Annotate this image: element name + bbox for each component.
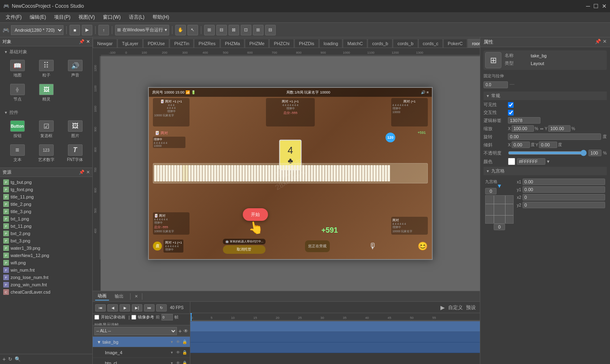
tab-matchc[interactable]: MatchC (343, 39, 367, 48)
refresh-asset-btn[interactable]: ↻ (8, 356, 12, 362)
track-eye-btn[interactable]: 👁 (175, 339, 181, 345)
asset-title3[interactable]: P title_3.png (2, 208, 91, 215)
canvas-viewport[interactable]: 房间号 10000 15:00 📶 🔋 局数:1/8局 玩家名字 10000 🔊… (101, 56, 480, 291)
keyframe-track-take-bg[interactable] (190, 321, 480, 332)
search-asset-btn[interactable]: 🔍 (15, 356, 21, 362)
tab-tglayer[interactable]: TgLayer (118, 39, 143, 48)
asset-bxt3[interactable]: P bxt_3.png (2, 237, 91, 244)
tl-refresh[interactable]: ↻ (156, 304, 167, 312)
ctrl-image[interactable]: 🖼 图片 (62, 119, 88, 140)
opacity-input[interactable] (588, 150, 601, 156)
tl-all-select[interactable]: -- ALL -- (94, 327, 177, 335)
tl-close-btn[interactable]: ✕ (135, 294, 138, 299)
objects-pin-btn[interactable]: 📌 (79, 39, 85, 44)
menu-project[interactable]: 项目(P) (50, 13, 74, 22)
skew-x-input[interactable] (512, 142, 530, 148)
close-btn[interactable]: ✕ (602, 3, 607, 9)
y2-input[interactable] (523, 202, 605, 208)
tab-phztin[interactable]: PHZTin (170, 39, 194, 48)
tl-mirror-checkbox[interactable] (131, 315, 136, 320)
asset-cheat[interactable]: C cheatCardLaver.csd (2, 288, 91, 296)
interactive-checkbox[interactable] (508, 110, 514, 116)
track-lock-btn3[interactable]: 🔒 (182, 360, 187, 364)
asset-title2[interactable]: P title_2.png (2, 201, 91, 208)
x1-input[interactable] (523, 179, 605, 185)
menu-edit[interactable]: 编辑(E) (26, 13, 50, 22)
visibility-checkbox[interactable] (508, 102, 514, 108)
tab-phzres[interactable]: PHZRes (194, 39, 220, 48)
ctrl-checkbox[interactable]: ☑ 复选框 (33, 119, 59, 140)
tab-newgar[interactable]: Newgar (93, 39, 117, 48)
obj-sound[interactable]: 🔊 声音 (62, 58, 88, 80)
cursor-tool[interactable]: ↖ (187, 25, 198, 35)
keyframe-track-btn-cl[interactable] (190, 342, 480, 353)
x2-input[interactable] (523, 194, 605, 201)
tl-add-btn[interactable]: + (179, 328, 182, 334)
ctrl-artnumber[interactable]: 123 艺术数字 (33, 143, 59, 164)
track-expand-btn[interactable]: ▾ (169, 339, 174, 345)
asset-zong-win[interactable]: F zong_win_num.fnt (2, 281, 91, 288)
ctrl-button[interactable]: Button 按钮 (4, 119, 30, 140)
align-btn-1[interactable]: ⊞ (204, 25, 215, 35)
y1-input[interactable] (523, 186, 605, 193)
props-pin-btn[interactable]: 📌 (595, 39, 601, 46)
tl-prev[interactable]: ◀ (107, 304, 118, 312)
assets-pin-btn[interactable]: 📌 (79, 170, 85, 175)
nine-top-input[interactable] (485, 188, 497, 194)
track-expand-btn3[interactable]: ▾ (169, 360, 174, 364)
tl-tab-output[interactable]: 输出 (112, 292, 126, 300)
tl-tab-animation[interactable]: 动画 (95, 292, 109, 301)
tab-cords-b2[interactable]: cords_b (393, 39, 418, 48)
asset-zong-lose[interactable]: F zong_lose_num.fnt (2, 274, 91, 281)
asset-tg-font[interactable]: P tg_font.png (2, 186, 91, 193)
menu-view[interactable]: 视图(V) (74, 13, 99, 22)
tl-dir-input[interactable] (161, 314, 173, 320)
tl-to-start[interactable]: ⏮ (95, 304, 106, 312)
titlebar-controls[interactable]: ─ ☐ ✕ (586, 3, 607, 9)
tl-play[interactable]: ▶ (120, 304, 130, 312)
align-btn-5[interactable]: ⊞ (253, 25, 264, 35)
tl-play-btn[interactable]: ▶ (440, 304, 445, 311)
menu-language[interactable]: 语言(L) (125, 13, 149, 22)
obj-map[interactable]: 📖 地图 (4, 58, 30, 80)
asset-tg-but[interactable]: P tg_but.png (2, 179, 91, 186)
asset-water1[interactable]: P water1_39.png (2, 244, 91, 252)
regular-section-header[interactable]: 常规 (484, 92, 607, 100)
play-btn[interactable]: ▶ (82, 25, 92, 35)
scale-x-input[interactable] (512, 125, 534, 132)
asset-bxt2[interactable]: P bxt_2.png (2, 230, 91, 237)
color-swatch[interactable] (508, 158, 515, 165)
tab-phzma[interactable]: PHZMa (220, 39, 244, 48)
tab-pdkuse[interactable]: PDKUse (143, 39, 169, 48)
device-select[interactable]: Android(1280 * 720) (11, 25, 63, 35)
track-take-bg[interactable]: ▼ take_bg ▾ 👁 🔒 (93, 337, 190, 347)
asset-wifi[interactable]: P wifi.png (2, 259, 91, 266)
asset-waternew1[interactable]: P waterNew1_12.png (2, 252, 91, 259)
add-asset-btn[interactable]: + (2, 356, 6, 362)
tab-cords-c[interactable]: cords_c (418, 39, 443, 48)
maximize-btn[interactable]: ☐ (593, 3, 599, 9)
tab-phzdis[interactable]: PHZDis (294, 39, 319, 48)
track-btn-cl[interactable]: btn_cl ▾ 👁 🔒 (93, 358, 190, 364)
track-eye-btn3[interactable]: 👁 (175, 360, 181, 364)
obj-node[interactable]: ╬ 节点 (4, 82, 30, 104)
track-eye-btn2[interactable]: 👁 (175, 350, 181, 355)
asset-txt1[interactable]: P txt_1.png (2, 215, 91, 222)
skew-y-input[interactable] (539, 142, 557, 148)
align-btn-4[interactable]: ⊡ (241, 25, 251, 35)
obj-particle[interactable]: ⠿ 粒子 (33, 58, 59, 80)
tab-phzchi[interactable]: PHZChi (269, 39, 294, 48)
nine-slice-section-header[interactable]: 九宫格 (484, 167, 607, 175)
align-btn-6[interactable]: ⊟ (265, 25, 276, 35)
run-btn[interactable]: ⊞ 在Windows平台运行 ▾ (115, 25, 169, 35)
track-image4[interactable]: Image_4 ▾ 👁 🔒 (93, 347, 190, 358)
tab-room[interactable]: room ✕ (468, 39, 480, 48)
tab-phzme[interactable]: PHZMe (245, 39, 269, 48)
track-lock-btn[interactable]: 🔒 (182, 339, 187, 345)
scale-y-input[interactable] (548, 125, 571, 132)
menu-window[interactable]: 窗口(W) (99, 13, 124, 22)
props-close-btn[interactable]: ✕ (603, 39, 607, 46)
menu-file[interactable]: 文件(F) (2, 13, 26, 22)
nine-bot-input[interactable] (494, 224, 505, 230)
export-btn[interactable]: ↑ (98, 25, 109, 35)
